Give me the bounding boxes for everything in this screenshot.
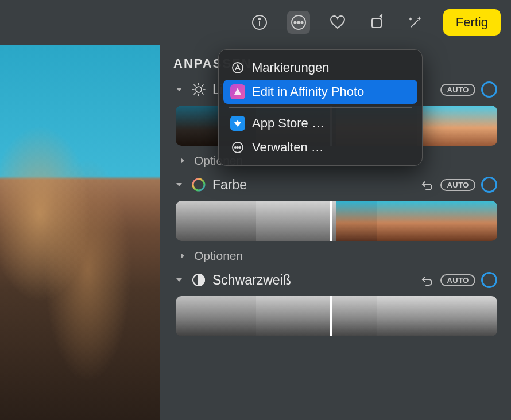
menu-item-label: Edit in Affinity Photo bbox=[252, 84, 364, 99]
svg-point-4 bbox=[294, 21, 296, 23]
menu-item-label: Markierungen bbox=[252, 60, 330, 75]
affinity-photo-icon bbox=[230, 84, 245, 99]
adjustment-label: Schwarzweiß bbox=[212, 273, 414, 288]
color-slider-strip[interactable] bbox=[176, 201, 497, 241]
auto-button[interactable]: AUTO bbox=[440, 274, 475, 286]
menu-item-affinity[interactable]: Edit in Affinity Photo bbox=[223, 80, 417, 104]
chevron-down-icon[interactable] bbox=[173, 84, 185, 95]
chevron-down-icon[interactable] bbox=[173, 179, 185, 190]
adjustment-label: Farbe bbox=[212, 177, 414, 193]
slider-handle[interactable] bbox=[330, 201, 332, 241]
options-color[interactable]: Optionen bbox=[177, 249, 497, 263]
adjustment-color[interactable]: Farbe AUTO bbox=[173, 177, 497, 193]
chevron-down-icon[interactable] bbox=[173, 274, 185, 286]
svg-line-14 bbox=[202, 93, 203, 94]
favorite-icon[interactable] bbox=[326, 11, 349, 34]
bw-slider-strip[interactable] bbox=[176, 296, 497, 336]
contrast-icon bbox=[191, 272, 207, 288]
svg-line-16 bbox=[202, 85, 203, 86]
enable-toggle[interactable] bbox=[481, 81, 497, 98]
enable-toggle[interactable] bbox=[481, 272, 497, 288]
svg-point-5 bbox=[297, 21, 299, 23]
more-icon[interactable] bbox=[287, 11, 310, 34]
auto-button[interactable]: AUTO bbox=[440, 84, 475, 96]
svg-rect-7 bbox=[372, 18, 381, 28]
menu-item-label: App Store … bbox=[252, 116, 324, 131]
extensions-menu: Markierungen Edit in Affinity Photo App … bbox=[218, 49, 423, 166]
auto-button[interactable]: AUTO bbox=[440, 179, 475, 191]
adjustment-bw[interactable]: Schwarzweiß AUTO bbox=[173, 272, 497, 288]
menu-separator bbox=[229, 107, 412, 108]
svg-point-22 bbox=[237, 147, 238, 148]
chevron-right-icon bbox=[177, 155, 188, 166]
menu-item-manage[interactable]: Verwalten … bbox=[223, 135, 417, 160]
undo-icon[interactable] bbox=[420, 177, 435, 192]
svg-point-2 bbox=[259, 18, 260, 20]
svg-point-6 bbox=[301, 21, 303, 23]
markup-icon bbox=[230, 60, 245, 75]
svg-point-17 bbox=[193, 179, 204, 190]
brightness-icon bbox=[191, 81, 207, 98]
slider-handle[interactable] bbox=[330, 296, 332, 336]
svg-point-23 bbox=[239, 147, 241, 148]
svg-line-15 bbox=[194, 93, 195, 94]
svg-line-13 bbox=[194, 85, 195, 86]
toolbar: Fertig bbox=[0, 0, 511, 45]
menu-item-label: Verwalten … bbox=[252, 140, 324, 155]
svg-point-21 bbox=[235, 147, 236, 148]
image-preview bbox=[0, 45, 160, 420]
chevron-right-icon bbox=[177, 250, 188, 262]
rotate-icon[interactable] bbox=[365, 11, 388, 34]
app-store-icon bbox=[230, 116, 245, 131]
menu-item-appstore[interactable]: App Store … bbox=[223, 111, 417, 135]
info-icon[interactable] bbox=[248, 11, 271, 34]
enable-toggle[interactable] bbox=[481, 177, 497, 193]
color-ring-icon bbox=[191, 177, 207, 193]
magic-wand-icon[interactable] bbox=[404, 11, 427, 34]
svg-point-8 bbox=[196, 87, 202, 92]
more-icon bbox=[230, 140, 245, 155]
options-label: Optionen bbox=[194, 249, 243, 263]
undo-icon[interactable] bbox=[420, 273, 435, 287]
menu-item-markup[interactable]: Markierungen bbox=[223, 56, 417, 80]
done-button[interactable]: Fertig bbox=[443, 9, 501, 36]
